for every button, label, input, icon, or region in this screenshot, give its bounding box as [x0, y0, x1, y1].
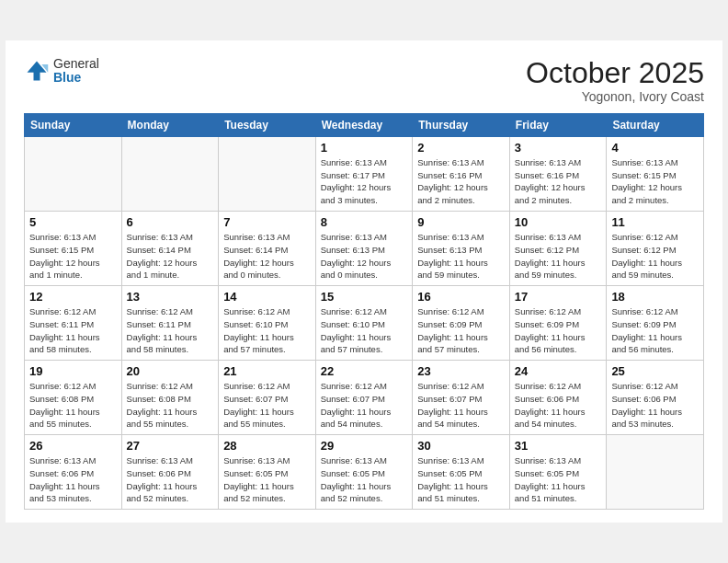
day-info: Sunrise: 6:12 AM Sunset: 6:08 PM Dayligh… — [127, 380, 214, 431]
header: General Blue October 2025 Yogonon, Ivory… — [24, 57, 704, 104]
calendar-cell: 9Sunrise: 6:13 AM Sunset: 6:13 PM Daylig… — [413, 212, 510, 286]
calendar-cell — [25, 136, 122, 211]
day-info: Sunrise: 6:13 AM Sunset: 6:17 PM Dayligh… — [321, 156, 408, 207]
logo-icon — [24, 58, 50, 84]
svg-marker-0 — [28, 62, 47, 81]
calendar-cell: 3Sunrise: 6:13 AM Sunset: 6:16 PM Daylig… — [509, 136, 607, 211]
logo: General Blue — [24, 57, 99, 86]
calendar-cell: 28Sunrise: 6:13 AM Sunset: 6:05 PM Dayli… — [219, 435, 316, 510]
day-info: Sunrise: 6:12 AM Sunset: 6:09 PM Dayligh… — [515, 305, 602, 356]
day-number: 9 — [417, 215, 505, 229]
day-info: Sunrise: 6:13 AM Sunset: 6:05 PM Dayligh… — [223, 454, 311, 505]
day-number: 5 — [29, 215, 117, 229]
calendar-cell: 7Sunrise: 6:13 AM Sunset: 6:14 PM Daylig… — [219, 212, 316, 286]
calendar-cell: 24Sunrise: 6:12 AM Sunset: 6:06 PM Dayli… — [509, 361, 607, 435]
calendar-cell — [121, 136, 219, 211]
day-number: 31 — [515, 439, 602, 453]
day-number: 16 — [417, 290, 505, 304]
calendar-cell: 2Sunrise: 6:13 AM Sunset: 6:16 PM Daylig… — [413, 136, 510, 211]
day-number: 2 — [417, 141, 505, 155]
weekday-header-saturday: Saturday — [607, 113, 704, 136]
day-info: Sunrise: 6:13 AM Sunset: 6:12 PM Dayligh… — [515, 231, 602, 282]
week-row-3: 12Sunrise: 6:12 AM Sunset: 6:11 PM Dayli… — [25, 286, 704, 361]
calendar-cell: 5Sunrise: 6:13 AM Sunset: 6:15 PM Daylig… — [25, 212, 122, 286]
calendar-cell: 22Sunrise: 6:12 AM Sunset: 6:07 PM Dayli… — [315, 361, 413, 435]
day-number: 18 — [611, 290, 699, 304]
calendar-cell: 6Sunrise: 6:13 AM Sunset: 6:14 PM Daylig… — [121, 212, 219, 286]
day-number: 27 — [127, 439, 214, 453]
month-title: October 2025 — [526, 57, 704, 89]
day-info: Sunrise: 6:12 AM Sunset: 6:10 PM Dayligh… — [223, 305, 311, 356]
calendar-cell: 11Sunrise: 6:12 AM Sunset: 6:12 PM Dayli… — [607, 212, 704, 286]
day-number: 23 — [417, 364, 505, 378]
logo-blue: Blue — [53, 71, 99, 85]
day-number: 21 — [223, 364, 311, 378]
calendar-cell — [607, 435, 704, 510]
week-row-5: 26Sunrise: 6:13 AM Sunset: 6:06 PM Dayli… — [25, 435, 704, 510]
day-number: 14 — [223, 290, 311, 304]
calendar-cell: 29Sunrise: 6:13 AM Sunset: 6:05 PM Dayli… — [315, 435, 413, 510]
logo-general: General — [53, 57, 99, 71]
day-info: Sunrise: 6:12 AM Sunset: 6:06 PM Dayligh… — [515, 380, 602, 431]
day-info: Sunrise: 6:12 AM Sunset: 6:09 PM Dayligh… — [417, 305, 505, 356]
weekday-header-monday: Monday — [121, 113, 219, 136]
day-info: Sunrise: 6:12 AM Sunset: 6:06 PM Dayligh… — [611, 380, 699, 431]
day-number: 17 — [515, 290, 602, 304]
calendar-cell: 30Sunrise: 6:13 AM Sunset: 6:05 PM Dayli… — [413, 435, 510, 510]
day-number: 3 — [515, 141, 602, 155]
day-info: Sunrise: 6:12 AM Sunset: 6:10 PM Dayligh… — [321, 305, 408, 356]
day-info: Sunrise: 6:13 AM Sunset: 6:15 PM Dayligh… — [29, 231, 117, 282]
day-info: Sunrise: 6:12 AM Sunset: 6:12 PM Dayligh… — [611, 231, 699, 282]
calendar-cell: 20Sunrise: 6:12 AM Sunset: 6:08 PM Dayli… — [121, 361, 219, 435]
day-info: Sunrise: 6:12 AM Sunset: 6:11 PM Dayligh… — [127, 305, 214, 356]
weekday-header-tuesday: Tuesday — [219, 113, 316, 136]
day-number: 28 — [223, 439, 311, 453]
calendar-cell: 26Sunrise: 6:13 AM Sunset: 6:06 PM Dayli… — [25, 435, 122, 510]
calendar-table: SundayMondayTuesdayWednesdayThursdayFrid… — [24, 113, 704, 510]
day-info: Sunrise: 6:13 AM Sunset: 6:13 PM Dayligh… — [417, 231, 505, 282]
day-number: 22 — [321, 364, 408, 378]
weekday-header-sunday: Sunday — [25, 113, 122, 136]
week-row-1: 1Sunrise: 6:13 AM Sunset: 6:17 PM Daylig… — [25, 136, 704, 211]
day-number: 24 — [515, 364, 602, 378]
day-info: Sunrise: 6:13 AM Sunset: 6:06 PM Dayligh… — [29, 454, 117, 505]
day-info: Sunrise: 6:13 AM Sunset: 6:14 PM Dayligh… — [223, 231, 311, 282]
calendar-cell: 13Sunrise: 6:12 AM Sunset: 6:11 PM Dayli… — [121, 286, 219, 361]
day-number: 1 — [321, 141, 408, 155]
calendar-cell: 8Sunrise: 6:13 AM Sunset: 6:13 PM Daylig… — [315, 212, 413, 286]
calendar-cell: 23Sunrise: 6:12 AM Sunset: 6:07 PM Dayli… — [413, 361, 510, 435]
weekday-header-thursday: Thursday — [413, 113, 510, 136]
day-info: Sunrise: 6:12 AM Sunset: 6:11 PM Dayligh… — [29, 305, 117, 356]
calendar-cell: 19Sunrise: 6:12 AM Sunset: 6:08 PM Dayli… — [25, 361, 122, 435]
calendar-cell: 4Sunrise: 6:13 AM Sunset: 6:15 PM Daylig… — [607, 136, 704, 211]
page: General Blue October 2025 Yogonon, Ivory… — [6, 40, 722, 523]
day-info: Sunrise: 6:12 AM Sunset: 6:07 PM Dayligh… — [417, 380, 505, 431]
day-number: 26 — [29, 439, 117, 453]
day-number: 29 — [321, 439, 408, 453]
day-number: 30 — [417, 439, 505, 453]
weekday-header-wednesday: Wednesday — [315, 113, 413, 136]
day-info: Sunrise: 6:12 AM Sunset: 6:09 PM Dayligh… — [611, 305, 699, 356]
location: Yogonon, Ivory Coast — [526, 89, 704, 104]
calendar-cell: 10Sunrise: 6:13 AM Sunset: 6:12 PM Dayli… — [509, 212, 607, 286]
calendar-cell: 31Sunrise: 6:13 AM Sunset: 6:05 PM Dayli… — [509, 435, 607, 510]
day-number: 15 — [321, 290, 408, 304]
week-row-4: 19Sunrise: 6:12 AM Sunset: 6:08 PM Dayli… — [25, 361, 704, 435]
calendar-cell — [219, 136, 316, 211]
day-info: Sunrise: 6:13 AM Sunset: 6:06 PM Dayligh… — [127, 454, 214, 505]
day-number: 19 — [29, 364, 117, 378]
day-number: 11 — [611, 215, 699, 229]
day-info: Sunrise: 6:13 AM Sunset: 6:16 PM Dayligh… — [515, 156, 602, 207]
day-info: Sunrise: 6:13 AM Sunset: 6:05 PM Dayligh… — [515, 454, 602, 505]
calendar-cell: 27Sunrise: 6:13 AM Sunset: 6:06 PM Dayli… — [121, 435, 219, 510]
day-info: Sunrise: 6:13 AM Sunset: 6:05 PM Dayligh… — [321, 454, 408, 505]
calendar-cell: 17Sunrise: 6:12 AM Sunset: 6:09 PM Dayli… — [509, 286, 607, 361]
day-number: 25 — [611, 364, 699, 378]
day-info: Sunrise: 6:12 AM Sunset: 6:07 PM Dayligh… — [321, 380, 408, 431]
calendar-cell: 25Sunrise: 6:12 AM Sunset: 6:06 PM Dayli… — [607, 361, 704, 435]
day-info: Sunrise: 6:13 AM Sunset: 6:13 PM Dayligh… — [321, 231, 408, 282]
calendar-cell: 21Sunrise: 6:12 AM Sunset: 6:07 PM Dayli… — [219, 361, 316, 435]
day-info: Sunrise: 6:13 AM Sunset: 6:05 PM Dayligh… — [417, 454, 505, 505]
day-number: 8 — [321, 215, 408, 229]
calendar-cell: 16Sunrise: 6:12 AM Sunset: 6:09 PM Dayli… — [413, 286, 510, 361]
